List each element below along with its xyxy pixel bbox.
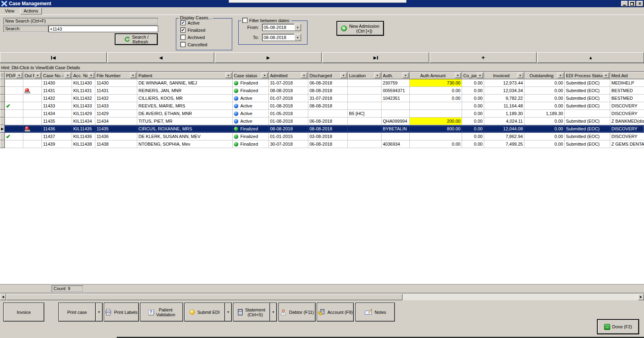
scroll-right-button[interactable]: ▶: [638, 294, 644, 300]
column-header-patient[interactable]: Patient▼: [137, 72, 233, 79]
nav-add-button[interactable]: +: [430, 52, 537, 63]
print-labels-button[interactable]: Print Labels: [104, 303, 139, 322]
filter-dropdown-button[interactable]: ▼: [374, 73, 380, 78]
done-button[interactable]: → Done (F2): [597, 319, 639, 334]
patient-validation-button[interactable]: Patient Validation: [140, 303, 183, 322]
filter-dropdown-button[interactable]: ▼: [88, 73, 94, 78]
statement-dropdown-button[interactable]: ▼: [270, 303, 277, 322]
print-case-dropdown-button[interactable]: ▼: [96, 303, 103, 322]
finalized-checkbox[interactable]: [180, 27, 186, 33]
filter-dropdown-button[interactable]: ▼: [130, 73, 136, 78]
cell-auth_amount: 0.00: [410, 95, 462, 102]
record-navigation-bar: ◀ ◀ ▶ ▶ + ▲: [0, 52, 644, 63]
filter-dropdown-button[interactable]: ▼: [603, 73, 609, 78]
column-header-med_aid[interactable]: Med.Aid: [610, 72, 644, 79]
filter-dropdown-button[interactable]: ▼: [517, 73, 523, 78]
scroll-left-button[interactable]: ◀: [0, 294, 6, 300]
filter-dropdown-button[interactable]: ▼: [262, 73, 268, 78]
filter-dropdown-button[interactable]: ▼: [301, 73, 307, 78]
close-button[interactable]: ×: [636, 1, 643, 6]
from-date-dropdown-icon[interactable]: ▼: [294, 24, 301, 31]
invoice-button[interactable]: Invoice: [3, 303, 44, 322]
filter-dropdown-button[interactable]: ▼: [225, 73, 231, 78]
nav-last-button[interactable]: ▶: [322, 52, 429, 63]
filter-dropdown-button[interactable]: ▼: [65, 73, 71, 78]
table-row[interactable]: 11432KIL1143211432CILLIERS, KOOS, MRActi…: [0, 95, 644, 102]
new-admission-button[interactable]: New Admission (Ctrl [+]): [336, 21, 384, 36]
nav-prev-button[interactable]: ◀: [107, 52, 214, 63]
to-label: To:: [244, 35, 259, 40]
column-header-co_paym[interactable]: Co_paym▼: [462, 72, 484, 79]
submit-edi-button[interactable]: Submit EDI: [184, 303, 225, 322]
nav-next-button[interactable]: ▶: [215, 52, 322, 63]
column-header-case_no[interactable]: Case No.△▼: [42, 72, 72, 79]
minimize-button[interactable]: [621, 1, 628, 6]
from-date-value[interactable]: 05-08-2018: [262, 24, 294, 31]
cell-auth: [382, 133, 410, 140]
archived-checkbox[interactable]: [180, 35, 186, 40]
cell-discharged: 03-08-2018: [308, 133, 348, 140]
notes-button[interactable]: Notes: [355, 303, 395, 322]
column-header-edi_status[interactable]: EDI Process Status▼: [565, 72, 610, 79]
table-row[interactable]: 11431KIL1143111431REINERS, JAN, MNRFinal…: [0, 87, 644, 95]
search-refresh-button[interactable]: Search / Refresh: [115, 33, 158, 45]
print-case-button[interactable]: Print case: [58, 303, 96, 322]
to-date-value[interactable]: 08-08-2018: [262, 34, 294, 41]
menu-actions[interactable]: Actions: [20, 8, 42, 14]
column-header-case_status[interactable]: Case status▼: [233, 72, 269, 79]
filter-dropdown-button[interactable]: ▼: [341, 73, 347, 78]
filter-dates-checkbox[interactable]: [242, 18, 248, 23]
active-checkbox[interactable]: [180, 20, 186, 25]
table-row[interactable]: ✔11437KIL1143611436DE KLERK, SUSAN ANN, …: [0, 133, 644, 140]
filter-dropdown-button[interactable]: ▼: [16, 73, 22, 78]
nav-first-button[interactable]: ◀: [0, 52, 107, 63]
submit-edi-dropdown-button[interactable]: ▼: [225, 303, 232, 322]
nav-edit-button[interactable]: ▲: [537, 52, 644, 63]
restore-button[interactable]: [629, 1, 636, 6]
column-header-auth_amount[interactable]: Auth Amount▼: [410, 72, 462, 79]
done-arrow-icon: →: [604, 324, 610, 330]
cell-auth_amount: 730.00: [410, 79, 462, 87]
to-date-combo[interactable]: 08-08-2018 ▼: [262, 34, 301, 41]
column-header-admitted[interactable]: Admitted▼: [269, 72, 308, 79]
column-header-file_number[interactable]: File Number▼: [95, 72, 137, 79]
table-row[interactable]: 11435KIL1143411434TITUS, PIET, MRActive0…: [0, 117, 644, 125]
debtor-button[interactable]: Debtor (F11): [279, 303, 316, 322]
filter-dropdown-button[interactable]: ▼: [557, 73, 564, 78]
row-marker: [0, 110, 5, 117]
filter-dropdown-button[interactable]: ▼: [455, 73, 461, 78]
checkbox-row-finalized[interactable]: Finalized: [180, 27, 232, 33]
column-header-outstanding[interactable]: Outstanding▼: [524, 72, 565, 79]
statement-button[interactable]: Statement (Ctrl+S): [233, 303, 270, 322]
from-date-combo[interactable]: 05-08-2018 ▼: [262, 24, 301, 31]
table-row[interactable]: 11439KIL1143811438NTOBENG, SOPHIA, MevFi…: [0, 140, 644, 148]
filter-dropdown-button[interactable]: ▼: [402, 73, 409, 78]
cancelled-checkbox[interactable]: [180, 42, 186, 47]
checkbox-row-cancelled[interactable]: Cancelled: [180, 41, 232, 47]
scrollbar-thumb[interactable]: [6, 294, 402, 300]
cell-out_pay: [23, 110, 42, 117]
alarm-icon: [25, 126, 29, 132]
to-date-dropdown-icon[interactable]: ▼: [294, 34, 301, 41]
account-button[interactable]: Account (F9): [317, 303, 354, 322]
column-header-discharged[interactable]: Discharged▼: [308, 72, 348, 79]
filter-dropdown-button[interactable]: ▼: [477, 73, 483, 78]
table-row[interactable]: 11434KIL1142911429DE AVEIRO, ETHAN, MNRA…: [0, 110, 644, 117]
menu-view[interactable]: View: [2, 8, 18, 14]
table-row[interactable]: ▶11436KIL1143511435CIRCUS, ROXANNE, MRSF…: [0, 125, 644, 133]
checkbox-row-active[interactable]: Active: [180, 20, 232, 26]
column-header-location[interactable]: Location▼: [348, 72, 382, 79]
column-header-out_pay[interactable]: Out Pa▼: [23, 72, 42, 79]
search-input[interactable]: [48, 25, 158, 32]
checkbox-row-archived[interactable]: Archived: [180, 34, 232, 40]
cell-med_aid: DISCOVERY: [610, 133, 644, 140]
horizontal-scrollbar[interactable]: ◀ ▶: [0, 293, 644, 300]
table-row[interactable]: ✔11433KIL1143311433REEVES, MARIE, MRSAct…: [0, 102, 644, 110]
cell-out_pay: [23, 117, 42, 125]
filter-dropdown-button[interactable]: ▼: [35, 73, 41, 78]
column-header-pd_ff[interactable]: PD/FF▼: [5, 72, 23, 79]
column-header-acc_no[interactable]: Acc. No.▼: [72, 72, 95, 79]
table-row[interactable]: 11430KIL1143011430DE WINNAAR, SANNIE, ME…: [0, 79, 644, 87]
column-header-invoiced[interactable]: Invoiced▼: [484, 72, 524, 79]
column-header-auth[interactable]: Auth.▼: [382, 72, 410, 79]
